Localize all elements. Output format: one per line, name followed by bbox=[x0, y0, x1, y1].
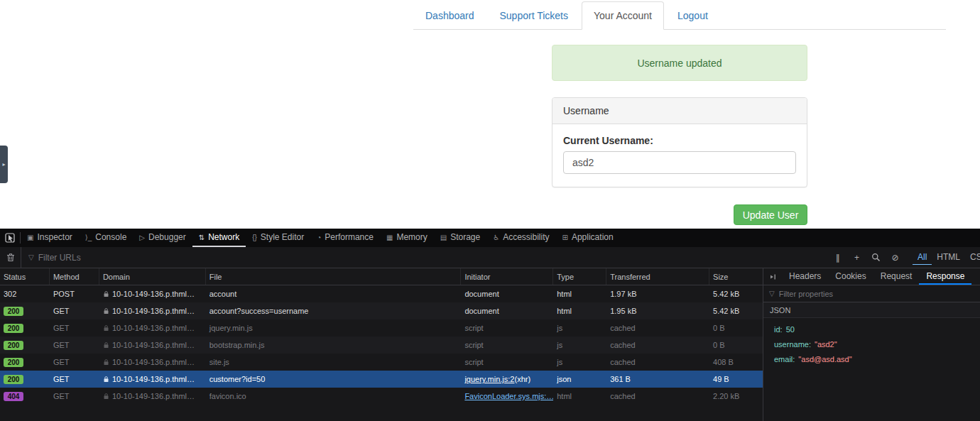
filter-bar-right-controls: ∥ + ⊘ All HTML CSS bbox=[828, 247, 980, 268]
column-header-domain[interactable]: Domain bbox=[99, 268, 206, 285]
search-button[interactable] bbox=[866, 247, 886, 268]
file-cell: account?success=username bbox=[206, 307, 462, 315]
method-cell: GET bbox=[50, 324, 99, 332]
nav-tab-logout[interactable]: Logout bbox=[665, 1, 720, 30]
type-cell: js bbox=[553, 341, 606, 349]
json-section-label: JSON bbox=[770, 306, 790, 315]
performance-icon: ◔ bbox=[317, 234, 321, 241]
method-cell: GET bbox=[50, 307, 99, 315]
memory-icon: ▦ bbox=[386, 234, 393, 241]
tool-tab-network[interactable]: ⇅ Network bbox=[192, 229, 246, 247]
network-main: Status Method Domain File Initiator Type… bbox=[0, 268, 980, 421]
transferred-cell: cached bbox=[606, 392, 709, 400]
lock-icon bbox=[103, 359, 109, 366]
method-cell: GET bbox=[50, 341, 99, 349]
transferred-cell: cached bbox=[606, 358, 709, 366]
update-user-button[interactable]: Update User bbox=[734, 204, 807, 225]
devtools-panel: ▣ Inspector ⟩_ Console ▷ Debugger ⇅ Netw… bbox=[0, 229, 980, 421]
column-header-size[interactable]: Size bbox=[709, 268, 763, 285]
network-request-row[interactable]: 302 POST 10-10-149-136.p.thml… account d… bbox=[0, 285, 763, 302]
username-input[interactable] bbox=[563, 151, 796, 174]
network-request-row[interactable]: 200 GET 10-10-149-136.p.thml… bootstrap.… bbox=[0, 337, 763, 354]
panel-body: Current Username: bbox=[552, 124, 807, 187]
json-section-header[interactable]: JSON bbox=[763, 302, 980, 318]
clear-requests-button[interactable] bbox=[0, 247, 21, 268]
search-icon bbox=[871, 253, 881, 262]
nav-tab-support-tickets[interactable]: Support Tickets bbox=[488, 1, 581, 30]
tool-tab-accessibility[interactable]: ♿ Accessibility bbox=[486, 229, 555, 247]
tool-label: Style Editor bbox=[261, 232, 304, 242]
size-cell: 0 B bbox=[709, 341, 763, 349]
json-property-row[interactable]: email "asd@asd.asd" bbox=[763, 351, 980, 366]
filter-urls-input[interactable] bbox=[38, 253, 237, 263]
tool-label: Performance bbox=[325, 232, 374, 242]
network-request-row[interactable]: 404 GET 10-10-149-136.p.thml… favicon.ic… bbox=[0, 388, 763, 405]
initiator-cell: script bbox=[461, 358, 553, 366]
network-request-row-selected[interactable]: 200 GET 10-10-149-136.p.thml… customer?i… bbox=[0, 371, 763, 388]
tool-label: Application bbox=[572, 232, 614, 242]
details-tab-request[interactable]: Request bbox=[873, 268, 920, 285]
new-request-button[interactable]: + bbox=[847, 247, 866, 268]
json-property-row[interactable]: id 50 bbox=[763, 322, 980, 337]
file-cell: customer?id=50 bbox=[206, 375, 462, 383]
requests-table-header: Status Method Domain File Initiator Type… bbox=[0, 268, 763, 285]
type-cell: html bbox=[553, 392, 606, 400]
network-request-row[interactable]: 200 GET 10-10-149-136.p.thml… account?su… bbox=[0, 302, 763, 319]
type-filter-all[interactable]: All bbox=[913, 250, 932, 265]
collapse-details-button[interactable] bbox=[763, 268, 782, 285]
domain-cell: 10-10-149-136.p.thml… bbox=[99, 341, 206, 349]
tool-label: Accessibility bbox=[503, 232, 549, 242]
pick-element-icon bbox=[5, 233, 15, 243]
accessibility-icon: ♿ bbox=[493, 234, 499, 241]
tool-tab-debugger[interactable]: ▷ Debugger bbox=[133, 229, 192, 247]
tool-tab-console[interactable]: ⟩_ Console bbox=[79, 229, 134, 247]
requests-table: Status Method Domain File Initiator Type… bbox=[0, 268, 763, 421]
file-cell: account bbox=[206, 290, 462, 298]
column-header-file[interactable]: File bbox=[206, 268, 462, 285]
size-cell: 408 B bbox=[709, 358, 763, 366]
json-value: "asd2" bbox=[815, 340, 837, 349]
type-filter-css[interactable]: CSS bbox=[965, 250, 980, 265]
method-cell: GET bbox=[50, 358, 99, 366]
lock-icon bbox=[103, 290, 109, 297]
tool-tab-storage[interactable]: ▤ Storage bbox=[434, 229, 486, 247]
page-content: Dashboard Support Tickets Your Account L… bbox=[0, 0, 980, 229]
initiator-link[interactable]: FaviconLoader.sys.mjs:… bbox=[464, 392, 553, 400]
json-key: id bbox=[774, 325, 786, 334]
nav-tab-dashboard[interactable]: Dashboard bbox=[413, 1, 486, 30]
filter-properties-input[interactable] bbox=[779, 290, 974, 298]
details-tab-headers[interactable]: Headers bbox=[782, 268, 828, 285]
tool-tab-application[interactable]: ⊞ Application bbox=[556, 229, 620, 247]
column-header-transferred[interactable]: Transferred bbox=[606, 268, 709, 285]
tool-label: Memory bbox=[396, 232, 427, 242]
tool-tab-performance[interactable]: ◔ Performance bbox=[310, 229, 380, 247]
domain-cell: 10-10-149-136.p.thml… bbox=[99, 307, 206, 315]
username-panel: Username Current Username: bbox=[552, 97, 807, 187]
domain-cell: 10-10-149-136.p.thml… bbox=[99, 324, 206, 332]
method-cell: GET bbox=[50, 392, 99, 400]
json-property-row[interactable]: username "asd2" bbox=[763, 337, 980, 351]
nav-tab-your-account[interactable]: Your Account bbox=[582, 1, 664, 30]
network-request-row[interactable]: 200 GET 10-10-149-136.p.thml… site.js sc… bbox=[0, 354, 763, 371]
type-cell: html bbox=[553, 290, 606, 298]
network-request-row[interactable]: 200 GET 10-10-149-136.p.thml… jquery.min… bbox=[0, 319, 763, 337]
file-cell: favicon.ico bbox=[206, 392, 462, 400]
success-alert-text: Username updated bbox=[637, 58, 722, 69]
tool-tab-style-editor[interactable]: {} Style Editor bbox=[246, 229, 310, 247]
column-header-initiator[interactable]: Initiator bbox=[461, 268, 553, 285]
style-editor-icon: {} bbox=[252, 234, 257, 241]
details-tab-cookies[interactable]: Cookies bbox=[828, 268, 873, 285]
type-filter-html[interactable]: HTML bbox=[932, 250, 965, 265]
column-header-method[interactable]: Method bbox=[50, 268, 99, 285]
tool-tab-inspector[interactable]: ▣ Inspector bbox=[21, 229, 79, 247]
pick-element-button[interactable] bbox=[0, 229, 20, 247]
block-requests-button[interactable]: ⊘ bbox=[886, 247, 905, 268]
details-tab-response[interactable]: Response bbox=[919, 268, 971, 285]
column-header-status[interactable]: Status bbox=[0, 268, 50, 285]
pause-button[interactable]: ∥ bbox=[828, 247, 847, 268]
tool-tab-memory[interactable]: ▦ Memory bbox=[380, 229, 434, 247]
requests-rows: 302 POST 10-10-149-136.p.thml… account d… bbox=[0, 285, 763, 405]
sidebar-toggle[interactable]: ▸ bbox=[0, 146, 8, 183]
column-header-type[interactable]: Type bbox=[553, 268, 606, 285]
initiator-link[interactable]: jquery.min.js:2 bbox=[464, 375, 514, 383]
